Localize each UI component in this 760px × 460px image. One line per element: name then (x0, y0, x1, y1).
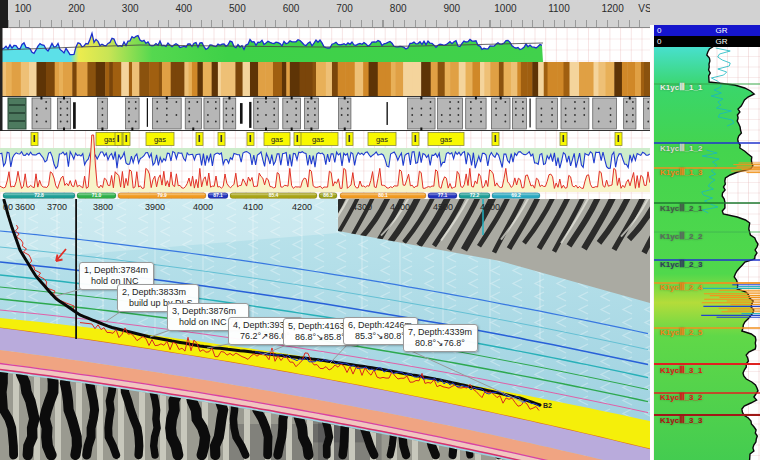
ruler-tick: 700 (328, 3, 362, 14)
gas-tag (560, 133, 567, 146)
formation-top-label: K1ycⅢ_1_1 (660, 83, 702, 92)
depth-label: 4500 (433, 202, 453, 212)
gr-header-secondary: 0 GR (654, 36, 760, 47)
ruler-tick: 800 (381, 3, 415, 14)
ruler-tick: 200 (60, 3, 94, 14)
annotation-note: 80.8°↘76.8° (408, 338, 472, 349)
survey-segment: 69.2 (492, 192, 540, 198)
depth-label: 4000 (193, 202, 213, 212)
svg-text:87.1: 87.1 (213, 192, 223, 198)
gas-tag (218, 133, 225, 146)
geosteering-app: 100200300400500600700800900100011001200 … (0, 0, 760, 460)
depth-label: 00 (3, 202, 13, 212)
svg-text:69.2: 69.2 (511, 192, 521, 198)
formation-top-label: K1ycⅢ_2_3 (660, 260, 702, 269)
survey-segment: 71.0 (77, 192, 116, 198)
depth-label: 3800 (93, 202, 113, 212)
gas-tag (346, 133, 353, 146)
formation-top-label: K1ycⅢ_2_2 (660, 232, 702, 241)
gr-log-canvas[interactable] (650, 0, 760, 460)
svg-text:gas: gas (154, 135, 166, 144)
gas-tag (196, 133, 203, 146)
depth-label: 3700 (47, 202, 67, 212)
svg-text:72.2: 72.2 (470, 192, 480, 198)
depth-label: 4100 (243, 202, 263, 212)
svg-text:gas: gas (271, 135, 283, 144)
ruler-tick: 400 (167, 3, 201, 14)
ruler-tick: 600 (274, 3, 308, 14)
survey-segment: 86.3 (319, 192, 337, 198)
depth-label: 3600 (15, 202, 35, 212)
svg-text:gas: gas (440, 135, 452, 144)
svg-text:72.8: 72.8 (34, 192, 44, 198)
depth-label: 4200 (292, 202, 312, 212)
svg-text:77.1: 77.1 (438, 192, 448, 198)
depth-label: 4400 (390, 202, 410, 212)
annotation-depth: 7, Depth:4339m (408, 327, 472, 338)
survey-segment: 72.8 (3, 192, 75, 198)
gas-tag (115, 133, 122, 146)
log-tracks-panel[interactable]: gasgasgasgasgasgas72.871.079.987.185.486… (0, 28, 650, 199)
gas-tag (412, 133, 419, 146)
depth-label: 4600 (480, 202, 500, 212)
gas-marker: gas (264, 133, 290, 146)
gas-marker: gas (428, 133, 464, 146)
depth-label: 3900 (145, 202, 165, 212)
formation-top-label: K1ycⅢ_2_4 (660, 283, 702, 292)
svg-text:gas: gas (104, 135, 116, 144)
svg-text:gas: gas (312, 135, 324, 144)
gas-marker: gas (368, 133, 396, 146)
svg-text:71.0: 71.0 (92, 192, 102, 198)
formation-top-label: K1ycⅢ_2_1 (660, 204, 702, 213)
ruler-tick: 300 (113, 3, 147, 14)
gr-log-panel[interactable] (650, 0, 760, 460)
gas-tag (294, 133, 301, 146)
survey-segment: 87.1 (208, 192, 228, 198)
gas-tag (247, 133, 254, 146)
depth-label: 4300 (352, 202, 372, 212)
formation-top-label: K1ycⅢ_3_2 (660, 393, 702, 402)
svg-text:80.1: 80.1 (378, 192, 388, 198)
gr-curve-name: GR (715, 25, 727, 36)
svg-text:85.4: 85.4 (269, 192, 279, 198)
gas-marker: gas (146, 133, 174, 146)
gas-tag (615, 133, 622, 146)
svg-text:79.9: 79.9 (157, 192, 167, 198)
svg-text:gas: gas (376, 135, 388, 144)
gas-tag (492, 133, 499, 146)
gas-tag (123, 133, 130, 146)
ruler-minor-ticks (8, 20, 650, 27)
gr-curve-name-2: GR (715, 36, 727, 47)
survey-segment: 79.9 (118, 192, 206, 198)
formation-top-label: K1ycⅢ_1_3 (660, 168, 702, 177)
formation-top-label: K1ycⅢ_3_3 (660, 416, 702, 425)
survey-segment: 85.4 (230, 192, 317, 198)
formation-top-label: K1ycⅢ_1_2 (660, 144, 702, 153)
gr-scale-min-2: 0 (657, 36, 661, 47)
log-tracks-canvas[interactable]: gasgasgasgasgasgas72.871.079.987.185.486… (0, 28, 650, 199)
annotation-depth: 3, Depth:3876m (172, 306, 243, 317)
formation-top-label: K1ycⅢ_2_5 (660, 328, 702, 337)
ruler-tick: 1000 (488, 3, 522, 14)
annotation-depth: 2, Depth:3833m (122, 287, 193, 298)
annotation-box[interactable]: 7, Depth:4339m80.8°↘76.8° (403, 324, 478, 352)
gas-tag (31, 133, 38, 146)
gas-marker: gas (298, 133, 338, 146)
ruler-tick: 100 (6, 3, 40, 14)
vs-ruler[interactable]: 100200300400500600700800900100011001200 … (0, 0, 760, 28)
ruler-tick: 1100 (542, 3, 576, 14)
annotation-depth: 1, Depth:3784m (84, 265, 148, 276)
survey-segment: 72.2 (459, 192, 490, 198)
gr-header-primary: 0 GR (654, 25, 760, 36)
ruler-tick: 900 (435, 3, 469, 14)
formation-top-label: K1ycⅢ_3_1 (660, 366, 702, 375)
trajectory-end-label: B2 (543, 402, 552, 409)
svg-text:86.3: 86.3 (323, 192, 333, 198)
gr-scale-min: 0 (657, 25, 661, 36)
ruler-tick: 500 (220, 3, 254, 14)
survey-segment: 77.1 (428, 192, 457, 198)
ruler-tick: 1200 (596, 3, 630, 14)
survey-segment: 80.1 (340, 192, 426, 198)
